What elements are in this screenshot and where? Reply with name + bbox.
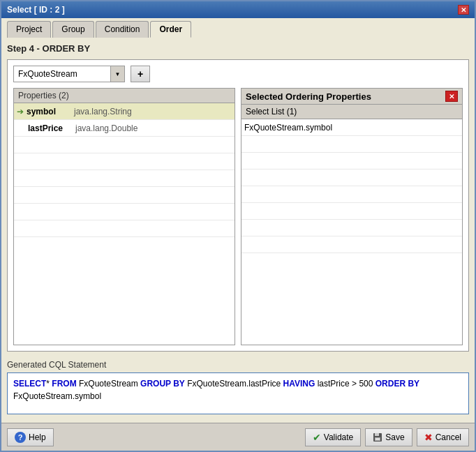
footer-right: ✔ Validate Save ✖ Cancel	[305, 428, 469, 446]
prop-type-lastprice: java.lang.Double	[75, 123, 137, 133]
stream-dropdown[interactable]: FxQuoteStream ▼	[13, 66, 125, 82]
cql-order-value: FxQuoteStream.symbol	[13, 391, 101, 401]
right-row-empty-2	[241, 153, 462, 170]
close-button[interactable]: ✕	[458, 5, 469, 15]
footer-left: ? Help	[7, 428, 54, 446]
svg-rect-3	[375, 438, 380, 440]
table-row-empty-6	[14, 220, 235, 237]
right-row-empty-6	[241, 220, 462, 236]
selected-ordering-title: Selected Ordering Properties	[246, 91, 371, 102]
main-window: Select [ ID : 2 ] ✕ Project Group Condit…	[0, 0, 476, 452]
selected-ordering-panel: Selected Ordering Properties ✕ Select Li…	[241, 88, 463, 345]
table-row[interactable]: lastPrice java.lang.Double	[14, 120, 235, 137]
tab-order[interactable]: Order	[150, 21, 191, 38]
right-row-empty-1	[241, 136, 462, 153]
main-content: Step 4 - ORDER BY FxQuoteStream ▼ + Prop…	[1, 38, 475, 423]
add-button[interactable]: +	[131, 66, 150, 82]
table-row-empty-5	[14, 204, 235, 220]
validate-icon: ✔	[313, 432, 321, 443]
cancel-label: Cancel	[436, 432, 461, 442]
right-row-empty-5	[241, 203, 462, 220]
help-button[interactable]: ? Help	[7, 428, 54, 446]
cancel-icon: ✖	[424, 432, 433, 443]
properties-panel: Properties (2) ➔ symbol java.lang.String…	[13, 88, 235, 345]
validate-button[interactable]: ✔ Validate	[305, 428, 361, 446]
order-area: FxQuoteStream ▼ + Properties (2) ➔ symbo…	[7, 59, 469, 352]
dropdown-value: FxQuoteStream	[14, 68, 110, 80]
prop-type-symbol: java.lang.String	[74, 107, 132, 116]
cql-from-keyword: FROM	[52, 379, 76, 389]
cql-from-value: FxQuoteStream	[77, 379, 140, 389]
cql-order-keyword: ORDER BY	[375, 379, 419, 389]
panels-container: Properties (2) ➔ symbol java.lang.String…	[13, 88, 463, 345]
right-row-empty-4	[241, 186, 462, 203]
table-row[interactable]: ➔ symbol java.lang.String	[14, 103, 235, 120]
tab-group[interactable]: Group	[52, 21, 94, 38]
title-bar: Select [ ID : 2 ] ✕	[1, 1, 475, 18]
save-icon	[373, 432, 382, 442]
table-row-empty-4	[14, 187, 235, 204]
cql-statement-box: SELECT* FROM FxQuoteStream GROUP BY FxQu…	[7, 372, 469, 414]
list-item[interactable]: FxQuoteStream.symbol	[241, 119, 462, 136]
cql-group-value: FxQuoteStream.lastPrice	[185, 379, 283, 389]
cql-section: Generated CQL Statement SELECT* FROM FxQ…	[7, 357, 469, 417]
right-row-empty-3	[241, 170, 462, 186]
selected-item-value: FxQuoteStream.symbol	[244, 123, 332, 133]
select-list-header: Select List (1)	[241, 105, 462, 119]
window-title: Select [ ID : 2 ]	[7, 5, 65, 15]
table-row-empty-2	[14, 153, 235, 170]
step-label: Step 4 - ORDER BY	[7, 43, 469, 54]
cql-having-keyword: HAVING	[283, 379, 315, 389]
validate-label: Validate	[324, 432, 353, 442]
prop-name-symbol: symbol	[27, 107, 68, 116]
top-controls: FxQuoteStream ▼ +	[13, 66, 463, 82]
cql-text: SELECT* FROM FxQuoteStream GROUP BY FxQu…	[13, 377, 463, 402]
prop-name-lastprice: lastPrice	[28, 123, 70, 133]
help-icon: ?	[15, 432, 26, 443]
cql-having-value: lastPrice > 500	[315, 379, 375, 389]
properties-header: Properties (2)	[14, 89, 235, 103]
arrow-icon: ➔	[17, 107, 24, 116]
table-row-empty-3	[14, 170, 235, 187]
save-button[interactable]: Save	[365, 428, 412, 446]
cql-group-keyword: GROUP BY	[140, 379, 185, 389]
dropdown-arrow-icon[interactable]: ▼	[110, 66, 124, 82]
table-row-empty-1	[14, 137, 235, 153]
footer: ? Help ✔ Validate Save ✖ Cancel	[1, 423, 475, 451]
tab-condition[interactable]: Condition	[96, 21, 149, 38]
svg-rect-1	[375, 433, 379, 436]
tab-project[interactable]: Project	[7, 21, 51, 38]
tab-bar: Project Group Condition Order	[1, 18, 475, 38]
right-row-empty-7	[241, 236, 462, 253]
help-label: Help	[29, 432, 46, 442]
cancel-button[interactable]: ✖ Cancel	[417, 428, 469, 446]
save-label: Save	[385, 432, 404, 442]
cql-label: Generated CQL Statement	[7, 360, 469, 370]
remove-button[interactable]: ✕	[445, 91, 458, 102]
selected-ordering-header: Selected Ordering Properties ✕	[241, 89, 462, 105]
cql-select-keyword: SELECT	[13, 379, 46, 389]
